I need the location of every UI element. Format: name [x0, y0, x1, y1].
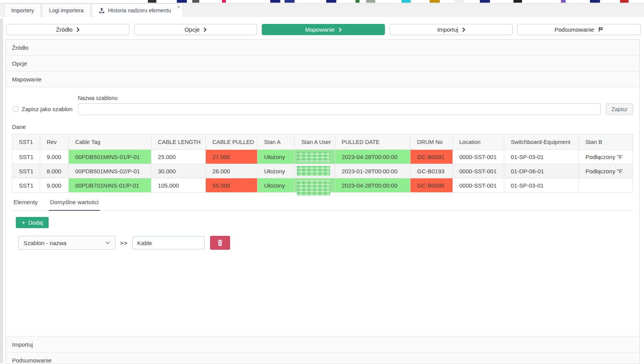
table-cell: SST1	[12, 164, 40, 178]
column-header: Switchboard-Equipment	[504, 134, 579, 150]
table-cell: Ułożony	[258, 178, 295, 193]
stepper-button-2[interactable]: Opcje	[134, 24, 257, 35]
accordion-header[interactable]: Importuj	[6, 337, 639, 352]
accordion-panel: ŹródłoOpcjeMapowanie Zapisz jako szablon…	[5, 39, 640, 364]
template-field-select[interactable]: Szablon - nazwa	[18, 236, 115, 250]
table-cell: 55.000	[206, 178, 258, 193]
selected-option-label: Szablon - nazwa	[24, 240, 66, 246]
column-header: DRUM No	[410, 134, 452, 150]
accordion-header[interactable]: Podsumowanie	[6, 352, 639, 364]
table-cell: GC-B0193	[410, 164, 452, 178]
save-as-template-option: Zapisz jako szablon	[13, 106, 73, 112]
table-cell: 00PDB501MINS-02/P-01	[68, 164, 151, 178]
accordion-header[interactable]: Mapowanie	[6, 71, 639, 87]
redacted-user-blur	[297, 180, 330, 196]
stepper-label: Mapowanie	[305, 26, 335, 33]
stepper-button-4[interactable]: Importuj	[390, 24, 513, 35]
table-cell: 2023-04-28T00:00:00	[335, 178, 410, 193]
subtabs: ElementyDomyślne wartości	[12, 199, 633, 211]
save-as-template-checkbox[interactable]	[13, 106, 19, 112]
save-template-button[interactable]: Zapisz	[606, 103, 633, 115]
table-cell: 2023-04-28T00:00:00	[335, 150, 410, 164]
chevron-right-icon	[76, 27, 80, 32]
mapping-section: Zapisz jako szablon Nazwa szablonu Zapis…	[6, 87, 639, 337]
accordion-header[interactable]: Źródło	[6, 40, 639, 56]
table-cell: 9.000	[40, 150, 69, 164]
table-cell: 27.000	[206, 150, 258, 164]
target-value-input[interactable]	[132, 236, 205, 249]
template-name-field: Nazwa szablonu	[78, 95, 601, 115]
redacted-user-blur	[297, 152, 330, 162]
template-form: Zapisz jako szablon Nazwa szablonu Zapis…	[12, 95, 633, 115]
wizard-stepper: ŹródłoOpcjeMapowanieImportujPodsumowanie	[6, 24, 641, 35]
data-table-body: SST19.00000PDB501MINS-01/P-0125.00027.00…	[12, 150, 633, 193]
app-tab-2[interactable]: Logi importera	[42, 3, 91, 17]
table-cell: 01-DP-06-01	[504, 164, 579, 178]
table-cell: SST1	[12, 178, 40, 193]
favicon-fragment	[285, 0, 295, 3]
table-cell	[579, 178, 633, 193]
table-cell: 00PDB701NINS-01/P-01	[68, 178, 151, 193]
app-tab-label: Historia nadzoru elementu	[108, 7, 171, 14]
left-gutter	[0, 19, 3, 363]
finish-flag-icon	[598, 27, 603, 32]
table-cell	[295, 150, 335, 164]
close-icon[interactable]: ×	[177, 4, 180, 10]
table-header-row: SST1RevCable TagCABLE LENGTHCABLE PULLED…	[12, 134, 633, 150]
table-cell: Podłączony "F	[579, 150, 633, 164]
favicon-fragment	[366, 0, 375, 3]
app-tab-label: Importery	[11, 7, 34, 14]
browser-favicon-strip	[0, 0, 644, 3]
table-cell: 0000-SST-001	[452, 150, 504, 164]
table-cell: 00PDB501MINS-01/P-01	[68, 150, 151, 164]
table-cell	[295, 164, 335, 178]
default-value-mapping-row: Szablon - nazwa >>	[18, 236, 633, 250]
table-cell: Ułożony	[258, 150, 295, 164]
column-header: SST1	[12, 134, 40, 150]
table-cell: 25.000	[151, 150, 206, 164]
column-header: CABLE PULLED	[206, 134, 258, 150]
stepper-button-3[interactable]: Mapowanie	[262, 24, 385, 35]
favicon-fragment	[455, 0, 464, 3]
accordion-header[interactable]: Opcje	[6, 56, 639, 71]
column-header: Rev	[40, 134, 69, 150]
stepper-label: Podsumowanie	[554, 26, 594, 33]
favicon-fragment	[222, 0, 226, 3]
chevron-down-icon	[105, 241, 110, 244]
column-header: CABLE LENGTH	[151, 134, 206, 150]
stepper-button-5[interactable]: Podsumowanie	[517, 24, 641, 35]
chevron-right-icon	[339, 27, 342, 32]
add-default-value-button[interactable]: + Dodaj	[16, 217, 49, 228]
upload-icon	[99, 8, 105, 13]
favicon-fragment	[620, 0, 629, 3]
template-name-label: Nazwa szablonu	[78, 95, 601, 101]
chevron-right-icon	[462, 27, 465, 32]
table-cell: 26.000	[206, 164, 258, 178]
column-header: Stan A User	[295, 134, 335, 150]
app-tab-1[interactable]: Importery	[4, 3, 41, 17]
subtab-2[interactable]: Domyślne wartości	[49, 199, 100, 211]
mapping-arrow-label: >>	[120, 240, 128, 246]
template-name-input[interactable]	[78, 103, 601, 115]
favicon-fragment	[192, 0, 199, 3]
favicon-fragment	[514, 0, 522, 3]
favicon-fragment	[326, 0, 336, 3]
delete-mapping-button[interactable]	[210, 236, 230, 250]
favicon-fragment	[590, 0, 600, 3]
table-cell: 01-SP-03-01	[504, 150, 579, 164]
data-table-head: SST1RevCable TagCABLE LENGTHCABLE PULLED…	[12, 134, 633, 150]
plus-icon: +	[22, 220, 25, 226]
table-cell: 105.000	[151, 178, 206, 193]
table-row: SST19.00000PDB701NINS-01/P-01105.00055.0…	[12, 178, 633, 193]
save-as-template-label: Zapisz jako szablon	[22, 106, 73, 112]
favicon-fragment	[270, 0, 280, 3]
table-cell: Podłączony "F	[579, 164, 633, 178]
stepper-button-1[interactable]: Źródło	[6, 24, 129, 35]
favicon-fragment	[356, 0, 359, 3]
stepper-label: Opcje	[185, 26, 200, 33]
column-header: Stan B	[579, 134, 633, 150]
app-tab-3[interactable]: Historia nadzoru elementu×	[92, 3, 183, 17]
redacted-user-blur	[297, 166, 330, 176]
table-cell: GC-B0091	[410, 150, 452, 164]
subtab-1[interactable]: Elementy	[12, 199, 39, 210]
